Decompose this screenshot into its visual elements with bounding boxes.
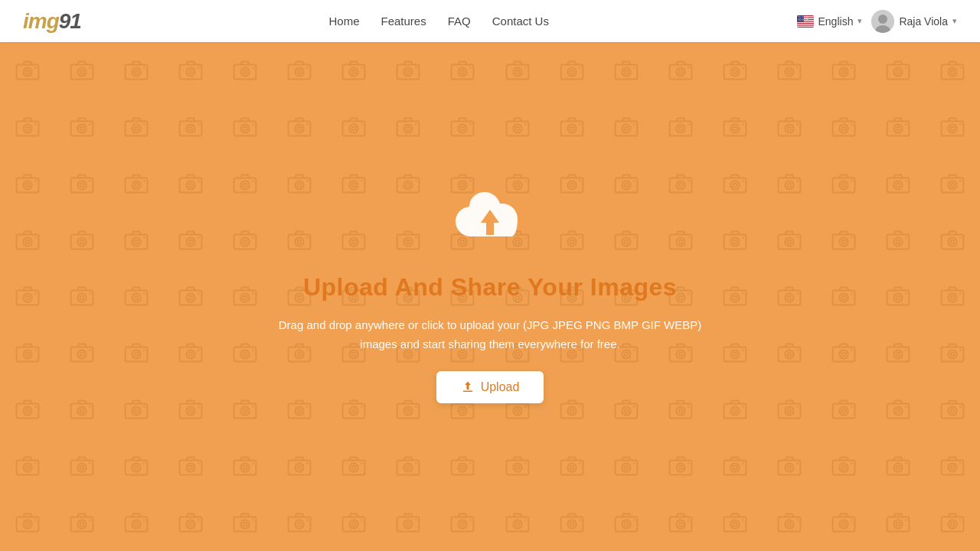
svg-point-105 (243, 126, 247, 130)
svg-point-357 (733, 296, 737, 300)
svg-point-245 (188, 240, 192, 243)
svg-point-373 (951, 296, 955, 300)
svg-point-36 (295, 67, 303, 76)
svg-point-38 (306, 67, 308, 68)
svg-point-49 (461, 70, 465, 74)
svg-point-86 (960, 67, 962, 68)
svg-rect-139 (724, 121, 746, 135)
svg-point-130 (579, 123, 580, 125)
svg-rect-431 (779, 347, 801, 362)
svg-rect-287 (779, 234, 801, 249)
logo[interactable]: img91 (23, 9, 81, 34)
svg-point-458 (143, 406, 145, 407)
svg-rect-503 (779, 404, 801, 419)
svg-rect-83 (942, 64, 964, 79)
svg-point-40 (350, 67, 358, 76)
svg-point-580 (840, 464, 848, 472)
svg-rect-511 (887, 404, 910, 419)
svg-point-590 (960, 462, 962, 464)
svg-point-237 (80, 240, 83, 243)
svg-point-466 (252, 406, 253, 407)
svg-point-177 (243, 183, 247, 187)
svg-point-440 (894, 350, 903, 359)
svg-point-393 (243, 353, 247, 357)
svg-rect-299 (942, 234, 964, 249)
svg-point-16 (23, 67, 31, 76)
svg-point-32 (240, 67, 249, 76)
flag-icon: ★ ★ ★ ★ ★ ★ ★ ★ ★ ★ ★ ★ ★ ★ ★ ★ ★ ★ ★ ★ … (797, 15, 814, 28)
svg-point-56 (567, 67, 576, 76)
svg-point-118 (416, 123, 417, 125)
svg-point-578 (796, 462, 798, 464)
svg-point-46 (416, 67, 417, 68)
svg-point-506 (796, 406, 798, 407)
svg-rect-6 (797, 25, 814, 26)
svg-point-436 (840, 350, 848, 359)
svg-point-486 (524, 406, 526, 407)
svg-point-128 (567, 124, 576, 132)
svg-point-26 (143, 67, 145, 68)
svg-point-569 (678, 466, 682, 470)
svg-point-185 (352, 183, 356, 187)
svg-rect-443 (942, 347, 964, 362)
hero-section[interactable]: Upload And Share Your Images Drag and dr… (0, 42, 980, 551)
svg-point-148 (840, 124, 848, 132)
svg-point-76 (840, 67, 848, 76)
svg-point-558 (524, 462, 526, 464)
nav-contact[interactable]: Contact Us (492, 15, 549, 28)
svg-rect-659 (942, 517, 964, 531)
nav-home[interactable]: Home (329, 15, 360, 28)
user-menu[interactable]: Raja Viola ▾ (871, 10, 957, 33)
svg-point-366 (851, 293, 852, 295)
svg-point-242 (143, 236, 145, 238)
svg-point-384 (132, 350, 140, 359)
svg-point-381 (80, 353, 83, 357)
svg-point-246 (198, 236, 199, 238)
svg-rect-575 (779, 461, 801, 475)
svg-rect-159 (16, 178, 38, 192)
svg-point-25 (134, 70, 138, 74)
svg-point-50 (470, 67, 472, 68)
language-selector[interactable]: ★ ★ ★ ★ ★ ★ ★ ★ ★ ★ ★ ★ ★ ★ ★ ★ ★ ★ ★ ★ … (797, 15, 863, 28)
svg-point-45 (407, 70, 410, 74)
svg-point-536 (240, 464, 249, 472)
avatar (871, 10, 894, 33)
svg-point-24 (132, 67, 140, 76)
nav-features[interactable]: Features (381, 15, 426, 28)
svg-point-301 (951, 240, 955, 243)
svg-point-204 (622, 181, 630, 189)
svg-point-596 (77, 520, 86, 528)
svg-point-309 (80, 296, 83, 300)
svg-point-500 (730, 407, 739, 416)
svg-point-290 (796, 236, 798, 238)
svg-point-97 (134, 126, 138, 130)
svg-rect-319 (234, 291, 256, 305)
svg-point-370 (906, 293, 907, 295)
svg-rect-643 (724, 517, 746, 531)
svg-point-614 (306, 519, 308, 520)
svg-point-94 (89, 123, 90, 125)
svg-point-520 (23, 464, 31, 472)
nav-faq[interactable]: FAQ (448, 15, 471, 28)
svg-rect-535 (234, 461, 256, 475)
svg-point-437 (842, 353, 846, 357)
svg-rect-143 (779, 121, 801, 135)
svg-point-89 (25, 126, 29, 130)
svg-rect-451 (70, 404, 93, 419)
svg-point-546 (361, 462, 362, 464)
upload-button[interactable]: Upload (436, 371, 544, 403)
svg-point-64 (676, 67, 684, 76)
svg-point-232 (23, 237, 31, 246)
svg-point-524 (77, 464, 86, 472)
svg-point-42 (361, 67, 362, 68)
svg-point-572 (730, 464, 739, 472)
svg-rect-283 (724, 234, 746, 249)
svg-point-214 (742, 180, 743, 181)
svg-rect-19 (70, 64, 93, 79)
svg-point-624 (459, 520, 467, 528)
svg-rect-27 (179, 64, 201, 79)
svg-point-634 (579, 519, 580, 520)
svg-point-544 (350, 464, 358, 472)
svg-point-222 (851, 180, 852, 181)
svg-point-213 (733, 183, 737, 187)
